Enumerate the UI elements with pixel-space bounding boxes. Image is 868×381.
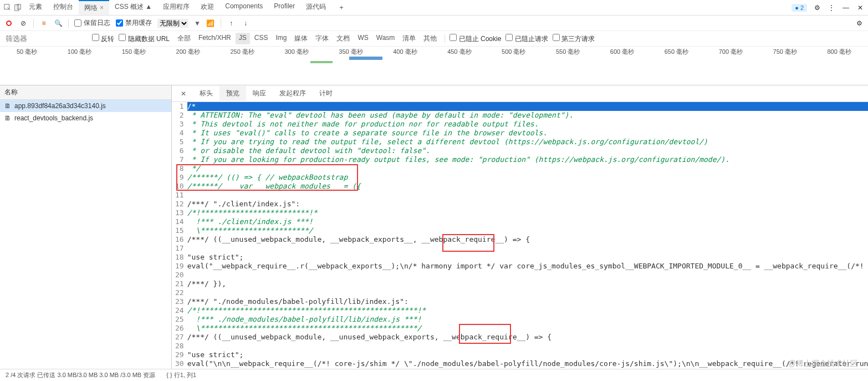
code-line: !*** ./client/index.js ***! (187, 217, 868, 226)
network-toolbar: ⊘ ≡ 🔍 保留日志 禁用缓存 无限制 ▼ 📶 ↑ ↓ ⚙ (0, 16, 868, 31)
detail-tab-1[interactable]: 预览 (219, 86, 246, 101)
throttle-select[interactable]: 无限制 (157, 19, 188, 28)
gear-icon[interactable]: ⚙ (813, 3, 821, 12)
type-filter-Img[interactable]: Img (272, 33, 290, 44)
code-line: * ATTENTION: The "eval" devtool has been… (187, 111, 868, 120)
code-line (187, 368, 868, 369)
top-tab-4[interactable]: 应用程序 (157, 0, 195, 15)
type-filter-Wasm[interactable]: Wasm (373, 33, 399, 44)
top-tab-3[interactable]: CSS 概述 ▲ (109, 0, 157, 15)
type-filter-其他[interactable]: 其他 (420, 33, 440, 44)
upload-icon[interactable]: ↑ (227, 19, 236, 28)
issues-badge[interactable]: ● 2 (792, 4, 807, 12)
timeline-tick: 550 毫秒 (556, 48, 580, 56)
type-filter-WS[interactable]: WS (354, 33, 371, 44)
hide-data-url-checkbox[interactable]: 隐藏数据 URL (119, 34, 170, 44)
timeline-tick: 150 毫秒 (122, 48, 146, 56)
invert-checkbox[interactable]: 反转 (92, 34, 114, 44)
type-filter-字体[interactable]: 字体 (312, 33, 332, 44)
code-preview[interactable]: 1234567891011121314151617181920212223242… (172, 102, 868, 369)
type-filter-清单[interactable]: 清单 (399, 33, 419, 44)
timeline-tick: 200 毫秒 (176, 48, 200, 56)
timeline-overview[interactable]: 50 毫秒100 毫秒150 毫秒200 毫秒250 毫秒300 毫秒350 毫… (0, 47, 868, 85)
status-bar: 2 /4 次请求 已传送 3.0 MB/3.0 MB 3.0 MB /3.0 M… (0, 369, 868, 381)
file-icon: 🗎 (4, 102, 11, 110)
settings-icon[interactable]: ⚙ (855, 19, 864, 28)
close-detail-icon[interactable]: ✕ (175, 88, 192, 100)
timeline-tick: 500 毫秒 (502, 48, 525, 56)
detail-tab-0[interactable]: 标头 (193, 86, 219, 101)
code-line: eval("__webpack_require__.r(__webpack_ex… (187, 262, 868, 271)
code-line: \*************************/ (187, 226, 868, 235)
file-icon: 🗎 (4, 114, 11, 122)
download-icon[interactable]: ↓ (241, 19, 250, 28)
type-filter-文档[interactable]: 文档 (333, 33, 353, 44)
top-tab-8[interactable]: 源代码 (300, 0, 331, 15)
code-line (187, 271, 868, 280)
preserve-log-checkbox[interactable]: 保留日志 (74, 18, 110, 28)
detail-tab-2[interactable]: 响应 (246, 86, 273, 101)
type-filter-CSS[interactable]: CSS (251, 33, 272, 44)
top-tab-5[interactable]: 欢迎 (195, 0, 219, 15)
top-tab-2[interactable]: 网络× (79, 0, 109, 15)
code-line: /***/ ((__unused_webpack_module, __unuse… (187, 333, 868, 342)
code-line (187, 288, 868, 297)
request-name: react_devtools_backend.js (14, 114, 93, 122)
type-filter-Fetch/XHR[interactable]: Fetch/XHR (195, 33, 234, 44)
detail-tab-3[interactable]: 发起程序 (273, 86, 313, 101)
code-line: * This devtool is not neither made for p… (187, 120, 868, 129)
device-icon[interactable] (13, 3, 22, 12)
code-line: * If you are looking for production-read… (187, 155, 868, 164)
minimize-icon[interactable]: — (841, 3, 850, 12)
detail-tab-4[interactable]: 计时 (313, 86, 339, 101)
code-line: /*!*************************!* (187, 209, 868, 217)
timeline-tick: 800 毫秒 (827, 48, 851, 56)
top-tab-1[interactable]: 控制台 (48, 0, 79, 15)
code-line: \***************************************… (187, 324, 868, 333)
request-summary: 2 /4 次请求 已传送 3.0 MB/3.0 MB 3.0 MB /3.0 M… (6, 371, 155, 379)
name-column-header[interactable]: 名称 (0, 85, 171, 100)
timeline-tick: 450 毫秒 (447, 48, 471, 56)
timeline-tick: 50 毫秒 (17, 48, 37, 56)
type-filter-全部[interactable]: 全部 (174, 33, 194, 44)
top-tab-6[interactable]: Components (219, 0, 268, 15)
search-icon[interactable]: 🔍 (54, 19, 63, 28)
type-filter-JS[interactable]: JS (236, 33, 250, 44)
close-devtools-icon[interactable]: ✕ (856, 3, 865, 12)
type-filter-媒体[interactable]: 媒体 (291, 33, 311, 44)
filter-input[interactable] (4, 33, 88, 44)
request-name: app.893df84a26a3d34c3140.js (14, 102, 106, 110)
top-tab-7[interactable]: Profiler (268, 0, 300, 15)
code-line: /* (187, 102, 868, 111)
filter-toggle-icon[interactable]: ≡ (39, 19, 48, 28)
code-line: /*!*************************************… (187, 306, 868, 315)
menu-icon[interactable]: ⋮ (827, 3, 836, 12)
code-line: eval("\n\n__webpack_require__(/*! core-j… (187, 359, 868, 368)
inspect-icon[interactable] (3, 3, 12, 12)
disable-cache-checkbox[interactable]: 禁用缓存 (116, 18, 152, 28)
code-line: /***/ "./client/index.js": (187, 200, 868, 209)
timeline-tick: 600 毫秒 (610, 48, 634, 56)
code-line: /***/ ((__unused_webpack_module, __webpa… (187, 235, 868, 244)
code-line: !*** ./node_modules/babel-polyfill/lib/i… (187, 315, 868, 324)
blocked-requests-checkbox[interactable]: 已阻止请求 (506, 34, 548, 44)
devtools-top-tabs: 元素控制台网络×CSS 概述 ▲应用程序欢迎ComponentsProfiler… (0, 0, 868, 16)
timeline-tick: 400 毫秒 (393, 48, 417, 56)
code-line: /***/ "./node_modules/babel-polyfill/lib… (187, 297, 868, 306)
blocked-cookies-checkbox[interactable]: 已阻止 Cookie (450, 34, 501, 44)
record-icon[interactable] (4, 19, 13, 28)
top-tab-0[interactable]: 元素 (23, 0, 48, 15)
code-line (187, 191, 868, 200)
third-party-checkbox[interactable]: 第三方请求 (553, 34, 595, 44)
timeline-tick: 300 毫秒 (284, 48, 308, 56)
code-line (187, 342, 868, 350)
request-row[interactable]: 🗎react_devtools_backend.js (0, 112, 171, 124)
request-row[interactable]: 🗎app.893df84a26a3d34c3140.js (0, 100, 171, 112)
code-line: * or disable the default devtool with "d… (187, 146, 868, 155)
timeline-tick: 100 毫秒 (68, 48, 91, 56)
add-tab-icon[interactable]: ＋ (337, 3, 346, 12)
code-line: "use strict"; (187, 253, 868, 262)
clear-icon[interactable]: ⊘ (19, 19, 28, 28)
wifi-icon[interactable]: 📶 (206, 19, 215, 28)
cursor-position: { } 行1, 列1 (166, 371, 196, 379)
